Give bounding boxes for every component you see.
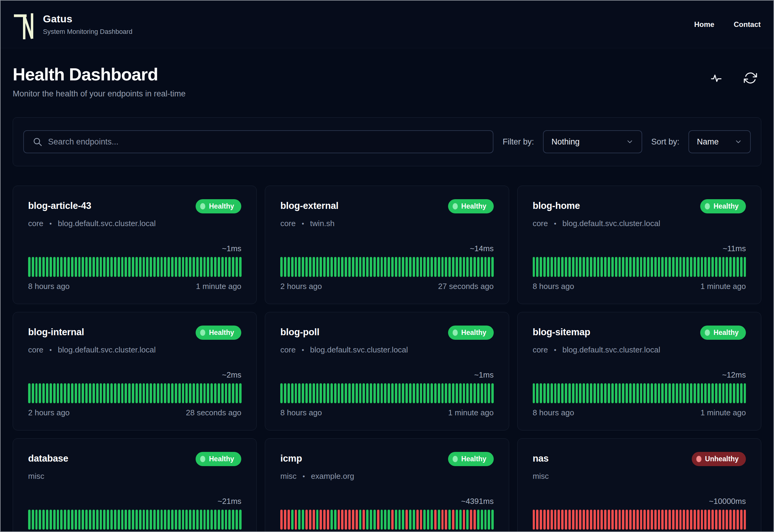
- history-bar[interactable]: [236, 510, 238, 530]
- history-bar[interactable]: [441, 510, 444, 530]
- history-bar[interactable]: [330, 383, 333, 403]
- history-bar[interactable]: [740, 257, 743, 277]
- history-bar[interactable]: [402, 383, 404, 403]
- history-bar[interactable]: [643, 510, 646, 530]
- history-bar[interactable]: [341, 383, 343, 403]
- history-bar[interactable]: [466, 510, 469, 530]
- history-bar[interactable]: [733, 257, 735, 277]
- history-bar[interactable]: [420, 510, 422, 530]
- history-bar[interactable]: [658, 383, 660, 403]
- history-bar[interactable]: [431, 257, 433, 277]
- history-bar[interactable]: [590, 510, 592, 530]
- history-bar[interactable]: [50, 510, 52, 530]
- history-bar[interactable]: [611, 257, 614, 277]
- history-bar[interactable]: [481, 510, 483, 530]
- history-bar[interactable]: [67, 257, 70, 277]
- history-bar[interactable]: [125, 510, 127, 530]
- history-bar[interactable]: [28, 257, 31, 277]
- history-bar[interactable]: [722, 383, 725, 403]
- history-bar[interactable]: [594, 257, 596, 277]
- history-bar[interactable]: [438, 510, 440, 530]
- history-bar[interactable]: [536, 510, 538, 530]
- history-bar[interactable]: [611, 510, 614, 530]
- history-bar[interactable]: [737, 257, 739, 277]
- history-bar[interactable]: [558, 383, 560, 403]
- history-bar[interactable]: [459, 510, 462, 530]
- history-bar[interactable]: [132, 257, 134, 277]
- endpoint-card[interactable]: blog-poll Healthy core • blog.default.sv…: [265, 312, 509, 430]
- history-bar[interactable]: [668, 510, 671, 530]
- history-bar[interactable]: [359, 383, 362, 403]
- history-bar[interactable]: [619, 383, 621, 403]
- history-bar[interactable]: [384, 383, 386, 403]
- history-bar[interactable]: [189, 383, 191, 403]
- history-bar[interactable]: [185, 257, 188, 277]
- history-bar[interactable]: [491, 510, 494, 530]
- history-bar[interactable]: [207, 510, 209, 530]
- history-bar[interactable]: [626, 383, 628, 403]
- history-bar[interactable]: [345, 510, 347, 530]
- history-bar[interactable]: [85, 383, 88, 403]
- history-bar[interactable]: [284, 257, 286, 277]
- history-bar[interactable]: [586, 257, 589, 277]
- history-bar[interactable]: [686, 383, 689, 403]
- history-bar[interactable]: [633, 257, 635, 277]
- history-bar[interactable]: [100, 257, 102, 277]
- uptime-history-bars[interactable]: [533, 510, 746, 530]
- history-bar[interactable]: [729, 383, 732, 403]
- history-bar[interactable]: [551, 383, 553, 403]
- history-bar[interactable]: [214, 257, 216, 277]
- history-bar[interactable]: [694, 383, 696, 403]
- history-bar[interactable]: [89, 257, 91, 277]
- history-bar[interactable]: [348, 510, 351, 530]
- history-bar[interactable]: [232, 510, 234, 530]
- history-bar[interactable]: [583, 257, 585, 277]
- history-bar[interactable]: [107, 510, 109, 530]
- history-bar[interactable]: [323, 383, 326, 403]
- history-bar[interactable]: [470, 257, 472, 277]
- history-bar[interactable]: [423, 510, 426, 530]
- history-bar[interactable]: [110, 510, 113, 530]
- history-bar[interactable]: [640, 257, 642, 277]
- history-bar[interactable]: [89, 510, 91, 530]
- history-bar[interactable]: [327, 257, 329, 277]
- history-bar[interactable]: [89, 383, 91, 403]
- history-bar[interactable]: [672, 257, 675, 277]
- history-bar[interactable]: [704, 510, 707, 530]
- history-bar[interactable]: [71, 510, 73, 530]
- history-bar[interactable]: [579, 510, 581, 530]
- history-bar[interactable]: [153, 510, 156, 530]
- history-bar[interactable]: [583, 383, 585, 403]
- history-bar[interactable]: [473, 510, 476, 530]
- history-bar[interactable]: [651, 383, 653, 403]
- history-bar[interactable]: [651, 510, 653, 530]
- history-bar[interactable]: [633, 383, 635, 403]
- history-bar[interactable]: [722, 257, 725, 277]
- history-bar[interactable]: [236, 383, 238, 403]
- history-bar[interactable]: [491, 383, 494, 403]
- history-bar[interactable]: [604, 383, 607, 403]
- history-bar[interactable]: [193, 257, 195, 277]
- history-bar[interactable]: [477, 257, 480, 277]
- history-bar[interactable]: [594, 510, 596, 530]
- history-bar[interactable]: [711, 257, 714, 277]
- nav-link-contact[interactable]: Contact: [734, 20, 761, 29]
- history-bar[interactable]: [232, 383, 234, 403]
- history-bar[interactable]: [590, 383, 592, 403]
- history-bar[interactable]: [715, 383, 717, 403]
- history-bar[interactable]: [352, 257, 354, 277]
- history-bar[interactable]: [32, 257, 34, 277]
- history-bar[interactable]: [135, 257, 138, 277]
- history-bar[interactable]: [135, 510, 138, 530]
- endpoint-card[interactable]: nas Unhealthy misc ~10000ms 8 hours ago …: [517, 438, 761, 532]
- history-bar[interactable]: [228, 257, 231, 277]
- history-bar[interactable]: [694, 257, 696, 277]
- history-bar[interactable]: [114, 257, 116, 277]
- history-bar[interactable]: [647, 510, 649, 530]
- history-bar[interactable]: [576, 510, 578, 530]
- history-bar[interactable]: [636, 510, 639, 530]
- history-bar[interactable]: [533, 510, 535, 530]
- history-bar[interactable]: [153, 383, 156, 403]
- history-bar[interactable]: [665, 257, 667, 277]
- history-bar[interactable]: [697, 257, 700, 277]
